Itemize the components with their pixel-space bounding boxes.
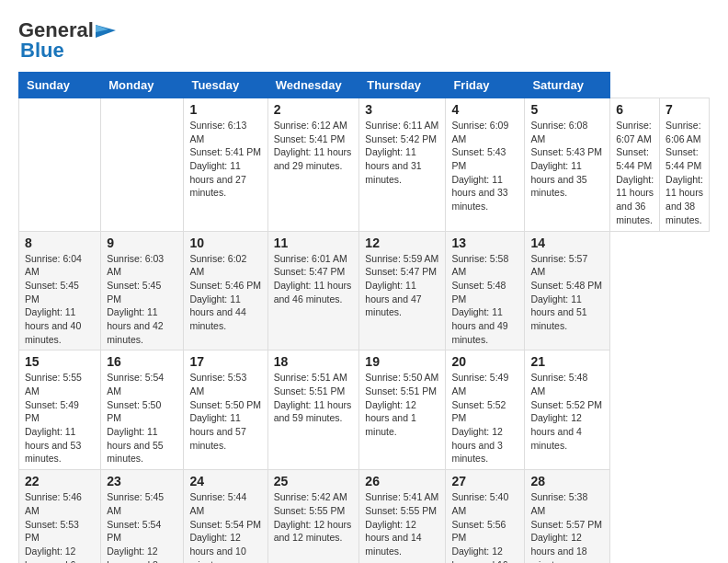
day-number: 15	[25, 354, 95, 369]
day-number: 2	[274, 102, 354, 117]
day-number: 18	[274, 354, 354, 369]
calendar-cell: 11Sunrise: 6:01 AMSunset: 5:47 PMDayligh…	[267, 231, 359, 350]
calendar-cell: 14Sunrise: 5:57 AMSunset: 5:48 PMDayligh…	[525, 231, 610, 350]
day-info: Sunrise: 5:57 AMSunset: 5:48 PMDaylight:…	[530, 252, 604, 333]
day-info: Sunrise: 6:03 AMSunset: 5:45 PMDaylight:…	[107, 252, 177, 347]
day-info: Sunrise: 5:53 AMSunset: 5:50 PMDaylight:…	[189, 371, 261, 452]
day-info: Sunrise: 6:07 AMSunset: 5:44 PMDaylight:…	[616, 119, 654, 227]
day-number: 25	[274, 474, 354, 488]
calendar-cell: 10Sunrise: 6:02 AMSunset: 5:46 PMDayligh…	[184, 231, 267, 350]
calendar-cell: 18Sunrise: 5:51 AMSunset: 5:51 PMDayligh…	[267, 350, 359, 470]
calendar-week-row: 8Sunrise: 6:04 AMSunset: 5:45 PMDaylight…	[19, 231, 710, 350]
day-info: Sunrise: 5:49 AMSunset: 5:52 PMDaylight:…	[451, 371, 518, 465]
calendar-cell: 26Sunrise: 5:41 AMSunset: 5:55 PMDayligh…	[359, 470, 446, 563]
calendar-cell: 28Sunrise: 5:38 AMSunset: 5:57 PMDayligh…	[525, 470, 610, 563]
calendar-cell: 6Sunrise: 6:07 AMSunset: 5:44 PMDaylight…	[610, 98, 660, 232]
calendar-cell: 27Sunrise: 5:40 AMSunset: 5:56 PMDayligh…	[446, 470, 525, 563]
day-info: Sunrise: 5:48 AMSunset: 5:52 PMDaylight:…	[530, 371, 604, 452]
day-number: 22	[25, 474, 95, 488]
calendar-cell: 2Sunrise: 6:12 AMSunset: 5:41 PMDaylight…	[267, 98, 359, 232]
day-number: 7	[665, 102, 703, 117]
day-number: 5	[530, 102, 604, 117]
calendar-cell: 21Sunrise: 5:48 AMSunset: 5:52 PMDayligh…	[525, 350, 610, 470]
day-number: 13	[451, 236, 518, 250]
day-info: Sunrise: 6:13 AMSunset: 5:41 PMDaylight:…	[189, 119, 261, 200]
calendar-cell: 25Sunrise: 5:42 AMSunset: 5:55 PMDayligh…	[267, 470, 359, 563]
calendar-week-row: 15Sunrise: 5:55 AMSunset: 5:49 PMDayligh…	[19, 350, 710, 470]
calendar-week-row: 22Sunrise: 5:46 AMSunset: 5:53 PMDayligh…	[19, 470, 710, 563]
calendar-cell: 23Sunrise: 5:45 AMSunset: 5:54 PMDayligh…	[101, 470, 184, 563]
day-info: Sunrise: 5:55 AMSunset: 5:49 PMDaylight:…	[25, 371, 95, 465]
day-number: 24	[189, 474, 261, 488]
calendar-cell: 19Sunrise: 5:50 AMSunset: 5:51 PMDayligh…	[359, 350, 446, 470]
day-number: 6	[616, 102, 654, 117]
day-info: Sunrise: 5:44 AMSunset: 5:54 PMDaylight:…	[189, 490, 261, 563]
day-info: Sunrise: 6:08 AMSunset: 5:43 PMDaylight:…	[530, 119, 604, 200]
day-number: 12	[365, 236, 439, 250]
day-number: 4	[451, 102, 518, 117]
day-number: 26	[365, 474, 439, 488]
calendar-cell	[101, 98, 184, 232]
calendar-cell: 24Sunrise: 5:44 AMSunset: 5:54 PMDayligh…	[184, 470, 267, 563]
logo-blue: Blue	[20, 39, 64, 63]
calendar-cell: 16Sunrise: 5:54 AMSunset: 5:50 PMDayligh…	[101, 350, 184, 470]
day-number: 23	[107, 474, 177, 488]
day-info: Sunrise: 5:42 AMSunset: 5:55 PMDaylight:…	[274, 490, 354, 545]
day-info: Sunrise: 5:45 AMSunset: 5:54 PMDaylight:…	[107, 490, 177, 563]
day-number: 19	[365, 354, 439, 369]
calendar: SundayMondayTuesdayWednesdayThursdayFrid…	[18, 72, 710, 563]
header-tuesday: Tuesday	[184, 73, 267, 98]
day-info: Sunrise: 5:59 AMSunset: 5:47 PMDaylight:…	[365, 252, 439, 319]
calendar-cell: 5Sunrise: 6:08 AMSunset: 5:43 PMDaylight…	[525, 98, 610, 232]
logo-bird-icon	[96, 21, 116, 40]
day-number: 3	[365, 102, 439, 117]
day-info: Sunrise: 5:58 AMSunset: 5:48 PMDaylight:…	[451, 252, 518, 347]
day-info: Sunrise: 6:06 AMSunset: 5:44 PMDaylight:…	[665, 119, 703, 227]
header-sunday: Sunday	[19, 73, 101, 98]
day-info: Sunrise: 5:46 AMSunset: 5:53 PMDaylight:…	[25, 490, 95, 563]
day-info: Sunrise: 5:50 AMSunset: 5:51 PMDaylight:…	[365, 371, 439, 438]
header-friday: Friday	[446, 73, 525, 98]
day-info: Sunrise: 6:11 AMSunset: 5:42 PMDaylight:…	[365, 119, 439, 186]
day-info: Sunrise: 6:04 AMSunset: 5:45 PMDaylight:…	[25, 252, 95, 347]
header: General Blue	[18, 18, 710, 63]
day-info: Sunrise: 5:54 AMSunset: 5:50 PMDaylight:…	[107, 371, 177, 465]
day-info: Sunrise: 6:02 AMSunset: 5:46 PMDaylight:…	[189, 252, 261, 333]
calendar-cell: 3Sunrise: 6:11 AMSunset: 5:42 PMDaylight…	[359, 98, 446, 232]
header-monday: Monday	[101, 73, 184, 98]
day-number: 10	[189, 236, 261, 250]
day-info: Sunrise: 5:41 AMSunset: 5:55 PMDaylight:…	[365, 490, 439, 557]
day-number: 8	[25, 236, 95, 250]
day-number: 17	[189, 354, 261, 369]
header-thursday: Thursday	[359, 73, 446, 98]
calendar-cell: 4Sunrise: 6:09 AMSunset: 5:43 PMDaylight…	[446, 98, 525, 232]
day-number: 21	[530, 354, 604, 369]
calendar-cell	[19, 98, 101, 232]
day-info: Sunrise: 6:09 AMSunset: 5:43 PMDaylight:…	[451, 119, 518, 213]
header-saturday: Saturday	[525, 73, 610, 98]
header-wednesday: Wednesday	[267, 73, 359, 98]
calendar-cell: 15Sunrise: 5:55 AMSunset: 5:49 PMDayligh…	[19, 350, 101, 470]
day-info: Sunrise: 6:01 AMSunset: 5:47 PMDaylight:…	[274, 252, 354, 306]
day-info: Sunrise: 5:38 AMSunset: 5:57 PMDaylight:…	[530, 490, 604, 563]
day-number: 20	[451, 354, 518, 369]
calendar-cell: 20Sunrise: 5:49 AMSunset: 5:52 PMDayligh…	[446, 350, 525, 470]
day-info: Sunrise: 6:12 AMSunset: 5:41 PMDaylight:…	[274, 119, 354, 173]
day-info: Sunrise: 5:40 AMSunset: 5:56 PMDaylight:…	[451, 490, 518, 563]
calendar-cell: 17Sunrise: 5:53 AMSunset: 5:50 PMDayligh…	[184, 350, 267, 470]
day-number: 11	[274, 236, 354, 250]
day-number: 9	[107, 236, 177, 250]
calendar-cell: 12Sunrise: 5:59 AMSunset: 5:47 PMDayligh…	[359, 231, 446, 350]
day-number: 27	[451, 474, 518, 488]
day-info: Sunrise: 5:51 AMSunset: 5:51 PMDaylight:…	[274, 371, 354, 425]
day-number: 1	[189, 102, 261, 117]
calendar-cell: 13Sunrise: 5:58 AMSunset: 5:48 PMDayligh…	[446, 231, 525, 350]
calendar-cell: 9Sunrise: 6:03 AMSunset: 5:45 PMDaylight…	[101, 231, 184, 350]
calendar-cell: 8Sunrise: 6:04 AMSunset: 5:45 PMDaylight…	[19, 231, 101, 350]
calendar-cell: 7Sunrise: 6:06 AMSunset: 5:44 PMDaylight…	[660, 98, 710, 232]
calendar-cell: 1Sunrise: 6:13 AMSunset: 5:41 PMDaylight…	[184, 98, 267, 232]
logo: General Blue	[18, 18, 116, 63]
calendar-cell: 22Sunrise: 5:46 AMSunset: 5:53 PMDayligh…	[19, 470, 101, 563]
day-number: 14	[530, 236, 604, 250]
calendar-week-row: 1Sunrise: 6:13 AMSunset: 5:41 PMDaylight…	[19, 98, 710, 232]
